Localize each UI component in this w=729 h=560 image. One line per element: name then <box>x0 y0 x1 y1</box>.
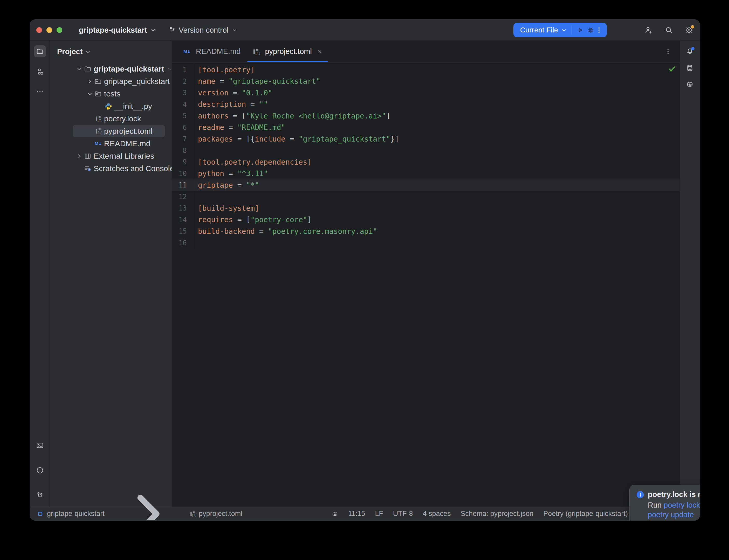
close-icon[interactable] <box>316 48 323 55</box>
tab-pyproject-toml[interactable]: [T]pyproject.toml <box>246 41 329 62</box>
code-text: [tool.poetry.dependencies] <box>198 158 311 166</box>
chevron-down-icon[interactable] <box>75 65 84 73</box>
code-editor[interactable]: 1[tool.poetry]2name = "griptape-quicksta… <box>172 62 680 507</box>
tree-item-path-hint: ~/Docume <box>167 65 172 73</box>
terminal-tool-button[interactable] <box>34 439 46 451</box>
tree-item-label: __init__.py <box>114 102 152 111</box>
chevron-slot <box>85 140 94 148</box>
tree-item-pyproject-toml[interactable]: [T]pyproject.toml <box>50 125 172 137</box>
structure-tool-button[interactable] <box>34 66 46 78</box>
run-play-icon[interactable] <box>576 26 584 34</box>
tree-item-scratches-and-consoles[interactable]: Scratches and Consoles <box>50 162 172 175</box>
toml-icon: [T] <box>252 48 260 55</box>
tree-item-init-py[interactable]: __init__.py <box>50 100 172 113</box>
tree-item-poetry-lock[interactable]: [T]poetry.lock <box>50 113 172 125</box>
line-number: 3 <box>172 87 193 99</box>
ai-assistant-tool-button[interactable] <box>684 79 696 90</box>
tree-item-external-libraries[interactable]: External Libraries <box>50 150 172 162</box>
close-window-button[interactable] <box>36 27 42 33</box>
status-schema-pyproject-json[interactable]: Schema: pyproject.json <box>461 510 534 518</box>
status-lf[interactable]: LF <box>375 510 384 518</box>
more-tools-button[interactable] <box>34 85 46 97</box>
tree-item-tests[interactable]: tests <box>50 88 172 100</box>
breadcrumb-project[interactable]: griptape-quickstart <box>47 510 105 518</box>
notification-body: Run poetry lock, poetry lock --no-update… <box>648 500 700 520</box>
chevron-right-icon[interactable] <box>85 78 94 85</box>
project-tool-button[interactable] <box>34 45 46 57</box>
line-number: 5 <box>172 110 193 122</box>
notifications-tool-button[interactable] <box>684 45 696 57</box>
notification-text: Run <box>648 501 664 509</box>
problems-icon <box>36 466 44 474</box>
chevron-down-icon[interactable] <box>85 90 94 98</box>
status-11-15[interactable]: 11:15 <box>348 510 365 518</box>
chevron-down-icon <box>150 27 156 33</box>
statusbar-items: 11:15LFUTF-84 spacesSchema: pyproject.js… <box>348 510 676 518</box>
line-number: 13 <box>172 202 193 214</box>
titlebar-actions: Current File <box>514 20 700 40</box>
line-number: 4 <box>172 99 193 110</box>
screen: griptape-quickstart Version control Curr… <box>0 0 729 560</box>
breadcrumb-label: griptape-quickstart <box>47 510 105 518</box>
database-icon <box>686 64 694 72</box>
code-line-8: 8 <box>172 145 680 157</box>
project-panel-header[interactable]: Project <box>50 41 172 61</box>
code-line-10: 10python = "^3.11" <box>172 168 680 180</box>
tree-item-griptape-quickstart[interactable]: griptape_quickstart <box>50 75 172 88</box>
tab-label: pyproject.toml <box>265 47 312 56</box>
toml-file-icon: [T] <box>189 510 196 517</box>
toml-icon: [T] <box>94 127 102 135</box>
add-user-icon[interactable] <box>644 26 653 34</box>
notification-body-line: poetry update <box>648 510 700 520</box>
code-line-15: 15build-backend = "poetry.core.masonry.a… <box>172 226 680 237</box>
minimize-window-button[interactable] <box>46 27 52 33</box>
notification-link-poetry-update[interactable]: poetry update <box>648 510 694 519</box>
breadcrumb-file[interactable]: [T] pyproject.toml <box>189 510 242 518</box>
tree-item-label: Scratches and Consoles <box>94 164 172 173</box>
debug-bug-icon[interactable] <box>587 26 595 34</box>
status-4-spaces[interactable]: 4 spaces <box>423 510 451 518</box>
tab-kebab-icon[interactable] <box>664 48 672 55</box>
svg-text:[T]: [T] <box>255 51 260 55</box>
notification-link-poetry-lock[interactable]: poetry lock <box>664 501 700 509</box>
pkgfolder-icon <box>94 78 102 85</box>
libs-icon <box>84 152 92 160</box>
chevron-down-icon <box>231 27 238 33</box>
terminal-icon <box>36 442 44 449</box>
code-text: version = "0.1.0" <box>198 89 272 97</box>
tab-readme-md[interactable]: MREADME.md <box>177 41 246 62</box>
code-line-3: 3version = "0.1.0" <box>172 87 680 99</box>
kebab-icon[interactable] <box>595 26 603 34</box>
svg-text:[T]: [T] <box>192 514 196 517</box>
notification-title: poetry.lock is not found <box>648 490 700 499</box>
notifications-badge <box>691 47 695 50</box>
scratch-icon <box>84 165 92 172</box>
python-icon <box>105 102 112 110</box>
search-icon[interactable] <box>664 26 673 34</box>
line-number: 10 <box>172 168 193 180</box>
problems-tool-button[interactable] <box>34 464 46 476</box>
zoom-window-button[interactable] <box>57 27 62 33</box>
markdown-icon: M <box>183 48 191 55</box>
run-config-selector[interactable]: Current File <box>520 26 558 34</box>
branch-icon <box>168 26 176 34</box>
project-switcher[interactable]: griptape-quickstart <box>79 26 156 34</box>
line-number: 6 <box>172 122 193 134</box>
chevron-right-icon[interactable] <box>75 152 84 160</box>
line-number: 16 <box>172 237 193 249</box>
tree-item-griptape-quickstart[interactable]: griptape-quickstart~/Docume <box>50 63 172 75</box>
database-tool-button[interactable] <box>684 62 696 74</box>
copilot-icon[interactable] <box>331 510 338 517</box>
tree-item-readme-md[interactable]: MREADME.md <box>50 137 172 150</box>
line-number: 12 <box>172 191 193 203</box>
project-name: griptape-quickstart <box>79 26 147 34</box>
code-line-9: 9[tool.poetry.dependencies] <box>172 156 680 168</box>
code-text: requires = ["poetry-core"] <box>198 215 311 224</box>
settings-gear-icon[interactable] <box>685 26 693 34</box>
status-utf-8[interactable]: UTF-8 <box>393 510 413 518</box>
vcs-widget[interactable]: Version control <box>168 26 238 34</box>
chevron-down-icon[interactable] <box>561 27 567 33</box>
ai-assistant-icon <box>686 81 694 88</box>
inspections-check-icon[interactable] <box>668 65 676 73</box>
window-controls <box>36 27 62 33</box>
